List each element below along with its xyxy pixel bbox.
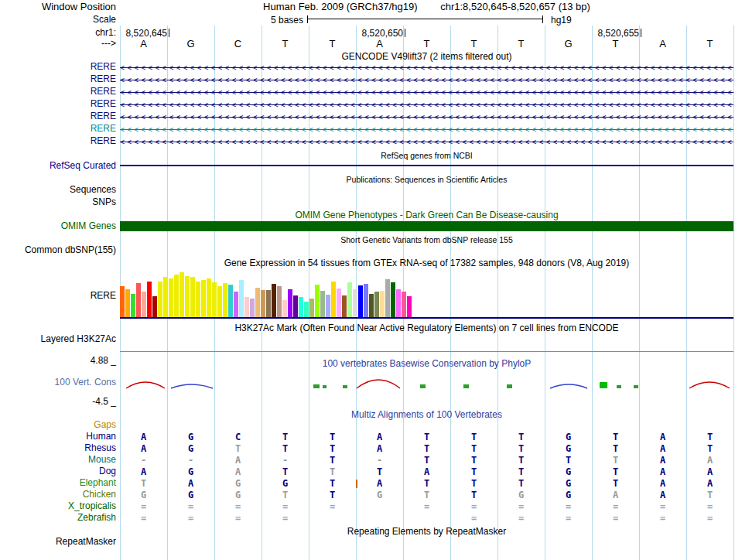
multiz-base-cell: T [262,490,309,501]
conservation-track[interactable] [120,370,733,401]
conservation-mark [323,385,326,388]
gtex-tissue-bar[interactable] [250,299,255,317]
track-label-gtex-rere: RERE [0,291,116,301]
multiz-row-x_tropicalis[interactable]: ============ [120,501,733,513]
gtex-tissue-bar[interactable] [212,282,217,317]
gencode-transcript-line[interactable]: <<<<<<<<<<<<<<<<<<<<<<<<<<<<<<<<<<<<<<<<… [120,99,733,111]
gtex-tissue-bar[interactable] [131,294,135,317]
multiz-row-human[interactable]: AGCTTATTTGTAT [120,432,733,443]
gtex-tissue-bar[interactable] [266,290,271,317]
gtex-tissue-bar[interactable] [223,283,227,317]
gtex-tissue-bar[interactable] [201,280,206,317]
gtex-tissue-bar[interactable] [282,300,287,317]
gtex-tissue-bar[interactable] [396,289,401,317]
coordinate-label: 8,520,650 [339,28,403,39]
alignment-insert-tick [356,480,357,488]
multiz-row-chicken[interactable]: GGGTTGTTGGAAT [120,490,733,501]
multiz-base-cell: = [403,501,450,513]
multiz-base-cell: - [356,455,403,466]
assembly-short-label: hg19 [551,15,572,26]
gtex-tissue-bar[interactable] [234,292,238,317]
multiz-row-zebrafish[interactable]: ========== [120,513,733,524]
gtex-tissue-bar[interactable] [190,277,195,317]
gtex-tissue-bar[interactable] [185,276,190,317]
multiz-base-cell: G [497,490,545,501]
multiz-base-cell: T [592,478,639,490]
gencode-transcript-line[interactable]: <<<<<<<<<<<<<<<<<<<<<<<<<<<<<<<<<<<<<<<<… [120,124,733,136]
multiz-base-cell: = [120,513,167,524]
gtex-tissue-bar[interactable] [402,292,406,317]
gtex-tissue-bar[interactable] [272,284,276,317]
gtex-tissue-bar[interactable] [217,286,222,317]
gtex-tissue-bar[interactable] [299,297,303,317]
gtex-tissue-bar[interactable] [347,282,352,317]
gtex-tissue-bar[interactable] [353,289,357,317]
gtex-tissue-bar[interactable] [320,291,325,317]
gtex-gene-line[interactable] [120,317,733,319]
gtex-tissue-bar[interactable] [255,288,260,317]
gtex-tissue-bar[interactable] [342,295,347,317]
gtex-tissue-bar[interactable] [207,278,211,317]
gtex-tissue-bar[interactable] [304,302,309,317]
gtex-tissue-bar[interactable] [369,294,374,317]
omim-gene-bar[interactable] [120,221,733,231]
gtex-tissue-bar[interactable] [337,289,341,317]
gtex-tissue-bar[interactable] [174,275,179,317]
multiz-base-cell: T [545,455,592,466]
gtex-tissue-bar[interactable] [358,285,363,317]
multiz-row-gaps[interactable] [120,420,733,432]
gtex-tissue-bar[interactable] [179,272,184,317]
gtex-tissue-bar[interactable] [152,296,157,317]
multiz-row-dog[interactable]: AGATTTATTGTAA [120,466,733,478]
gtex-tissue-bar[interactable] [331,282,336,317]
multiz-base-cell: T [120,478,167,490]
gtex-tissue-bar[interactable] [293,295,298,317]
multiz-base-cell: = [592,501,639,513]
gtex-tissue-bar[interactable] [196,282,200,317]
track-label-rere: RERE [0,99,116,109]
gencode-transcript-line[interactable]: <<<<<<<<<<<<<<<<<<<<<<<<<<<<<<<<<<<<<<<<… [120,87,733,99]
gtex-tissue-bar[interactable] [125,289,130,317]
conservation-mark [550,384,587,388]
gtex-tissue-bar[interactable] [142,292,146,317]
multiz-row-elephant[interactable]: TAGGTATTTGTAA [120,478,733,490]
gtex-tissue-bar[interactable] [244,297,249,317]
gtex-tissue-bar[interactable] [120,286,125,317]
gtex-tissue-bar[interactable] [136,283,141,317]
gencode-transcript-line[interactable]: <<<<<<<<<<<<<<<<<<<<<<<<<<<<<<<<<<<<<<<<… [120,62,733,74]
gtex-tissue-bar[interactable] [147,282,152,317]
gtex-tissue-bar[interactable] [326,295,330,317]
refseq-curated-line[interactable] [120,165,733,166]
multiz-base-cell: T [262,432,309,443]
h3k27ac-signal-line[interactable] [120,351,733,352]
gtex-tissue-bar[interactable] [309,299,314,317]
gtex-tissue-bar[interactable] [228,285,233,317]
gencode-transcript-line[interactable]: <<<<<<<<<<<<<<<<<<<<<<<<<<<<<<<<<<<<<<<<… [120,74,733,87]
multiz-base-cell: T [403,455,450,466]
gtex-tissue-bar[interactable] [261,290,265,317]
multiz-base-cell: A [356,443,403,455]
scale-ruler [307,15,543,23]
multiz-base-cell: A [120,466,167,478]
gtex-tissue-bar[interactable] [374,292,379,317]
gtex-tissue-bar[interactable] [163,277,168,317]
gtex-tissue-bar[interactable] [277,286,282,317]
gencode-transcript-line[interactable]: <<<<<<<<<<<<<<<<<<<<<<<<<<<<<<<<<<<<<<<<… [120,111,733,124]
gtex-tissue-bar[interactable] [158,282,162,317]
gtex-tissue-bar[interactable] [391,282,395,317]
gtex-tissue-bar[interactable] [288,289,292,317]
multiz-row-mouse[interactable]: --A-T-TTTTTAA [120,455,733,466]
gtex-tissue-bar[interactable] [380,291,385,317]
gtex-bar-chart[interactable] [120,272,733,317]
gtex-tissue-bar[interactable] [407,296,412,317]
multiz-row-rhesus[interactable]: AGTTTATTTGTAT [120,443,733,455]
gtex-tissue-bar[interactable] [169,278,173,317]
window-position-label: Window Position [0,2,116,12]
multiz-base-cell: T [592,455,639,466]
gtex-tissue-bar[interactable] [315,285,320,317]
gtex-tissue-bar[interactable] [364,284,368,317]
gencode-transcript-line[interactable]: <<<<<<<<<<<<<<<<<<<<<<<<<<<<<<<<<<<<<<<<… [120,136,733,149]
gtex-tissue-bar[interactable] [239,280,244,317]
gtex-tissue-bar[interactable] [385,279,390,317]
multiz-base-cell: T [450,466,497,478]
